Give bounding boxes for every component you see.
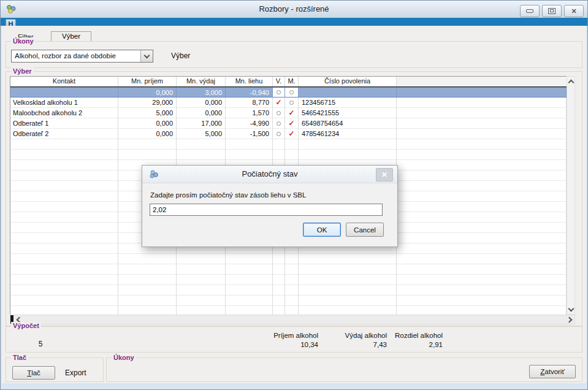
cell-empty[interactable] (177, 275, 226, 285)
cell-filler[interactable] (397, 306, 567, 315)
column-header-kontakt[interactable]: Kontakt (10, 77, 118, 86)
cell-empty[interactable] (177, 150, 226, 160)
cell-empty[interactable] (299, 296, 397, 306)
table-row-empty[interactable] (10, 285, 567, 296)
cell-m[interactable] (285, 98, 299, 108)
cell-empty[interactable] (299, 285, 397, 296)
table-row[interactable]: Odberateľ 20,0005,000-1,500✓4785461234 (10, 129, 567, 139)
cell-empty[interactable] (273, 306, 285, 315)
dialog-titlebar[interactable]: Počiatočný stav ✕ (142, 166, 397, 183)
cell-empty[interactable] (118, 254, 177, 264)
cell-empty[interactable] (10, 212, 118, 223)
cell-prijem[interactable]: 0,000 (118, 118, 177, 129)
cell-m[interactable]: ✓ (285, 108, 299, 118)
cell-filler[interactable] (397, 191, 567, 202)
cell-empty[interactable] (10, 191, 118, 202)
table-row-empty[interactable] (10, 254, 567, 264)
cell-empty[interactable] (177, 139, 226, 150)
cell-m[interactable]: ✓ (285, 118, 299, 129)
scroll-down-button[interactable] (567, 305, 575, 313)
export-link[interactable]: Export (65, 369, 86, 377)
cell-empty[interactable] (226, 285, 273, 296)
cell-empty[interactable] (10, 264, 118, 275)
dropdown-button[interactable] (140, 50, 153, 62)
cell-m[interactable] (285, 88, 299, 97)
cell-empty[interactable] (10, 285, 118, 296)
cell-empty[interactable] (10, 170, 118, 181)
cell-prijem[interactable]: 29,000 (118, 98, 177, 108)
cell-kontakt[interactable]: Odberateľ 2 (10, 129, 118, 139)
cell-empty[interactable] (273, 275, 285, 285)
cell-empty[interactable] (10, 160, 118, 170)
table-row[interactable]: Odberateľ 10,00017,000-4,990✓65498754654 (10, 118, 567, 129)
initial-stock-input[interactable] (150, 204, 383, 216)
cell-filler[interactable] (397, 98, 567, 108)
ok-button[interactable]: OK (303, 223, 341, 237)
cell-filler[interactable] (397, 118, 567, 129)
cell-empty[interactable] (10, 306, 118, 315)
cell-empty[interactable] (10, 296, 118, 306)
cell-empty[interactable] (299, 150, 397, 160)
cell-prijem[interactable]: 0,000 (118, 88, 177, 97)
cell-empty[interactable] (177, 306, 226, 315)
cell-filler[interactable] (397, 212, 567, 223)
cell-empty[interactable] (273, 285, 285, 296)
minimize-button[interactable] (520, 5, 540, 17)
cell-liehu[interactable]: -4,990 (226, 118, 273, 129)
cell-kontakt[interactable]: Odberateľ 1 (10, 118, 118, 129)
column-header-cislo[interactable]: Číslo povolenia (299, 77, 397, 86)
cell-empty[interactable] (10, 202, 118, 212)
cell-filler[interactable] (397, 254, 567, 264)
report-type-dropdown[interactable]: Alkohol, rozbor za dané obdobie (11, 50, 153, 63)
cell-empty[interactable] (118, 264, 177, 275)
cell-empty[interactable] (273, 150, 285, 160)
table-row-empty[interactable] (10, 306, 567, 315)
table-row[interactable]: 0,0003,000-0,940 (10, 87, 567, 98)
scroll-up-button[interactable] (567, 77, 575, 85)
cell-empty[interactable] (10, 223, 118, 233)
cell-empty[interactable] (10, 243, 118, 254)
cell-empty[interactable] (285, 139, 299, 150)
cell-empty[interactable] (10, 150, 118, 160)
cell-empty[interactable] (299, 306, 397, 315)
cell-empty[interactable] (177, 285, 226, 296)
cell-vydaj[interactable]: 0,000 (177, 108, 226, 118)
cancel-button[interactable]: Cancel (346, 223, 384, 237)
cell-empty[interactable] (118, 285, 177, 296)
cell-v[interactable] (273, 118, 285, 129)
maximize-button[interactable] (542, 5, 562, 17)
cell-empty[interactable] (299, 264, 397, 275)
cell-filler[interactable] (397, 170, 567, 181)
cell-filler[interactable] (397, 129, 567, 139)
cell-cislo[interactable] (299, 88, 397, 97)
cell-empty[interactable] (118, 139, 177, 150)
table-row-empty[interactable] (10, 275, 567, 285)
cell-cislo[interactable]: 5465421555 (299, 108, 397, 118)
table-row[interactable]: Maloobchod alkoholu 25,0000,0001,570✓546… (10, 108, 567, 118)
cell-cislo[interactable]: 123456715 (299, 98, 397, 108)
cell-empty[interactable] (118, 150, 177, 160)
column-header-prijem[interactable]: Mn. príjem (118, 77, 177, 86)
cell-empty[interactable] (226, 306, 273, 315)
cell-empty[interactable] (226, 150, 273, 160)
dialog-close-button[interactable]: ✕ (376, 168, 393, 182)
cell-filler[interactable] (397, 233, 567, 243)
cell-prijem[interactable]: 0,000 (118, 129, 177, 139)
cell-empty[interactable] (299, 254, 397, 264)
cell-filler[interactable] (397, 243, 567, 254)
cell-liehu[interactable]: -1,500 (226, 129, 273, 139)
cell-empty[interactable] (273, 254, 285, 264)
cell-kontakt[interactable] (10, 88, 118, 97)
cell-liehu[interactable]: 1,570 (226, 108, 273, 118)
cell-empty[interactable] (285, 285, 299, 296)
cell-cislo[interactable]: 65498754654 (299, 118, 397, 129)
close-button[interactable]: ✕ (564, 5, 584, 17)
tab-vyber[interactable]: Výber (51, 31, 91, 42)
cell-empty[interactable] (10, 181, 118, 191)
cell-empty[interactable] (285, 264, 299, 275)
cell-empty[interactable] (226, 264, 273, 275)
cell-empty[interactable] (285, 275, 299, 285)
cell-empty[interactable] (10, 254, 118, 264)
cell-empty[interactable] (285, 254, 299, 264)
cell-empty[interactable] (299, 139, 397, 150)
